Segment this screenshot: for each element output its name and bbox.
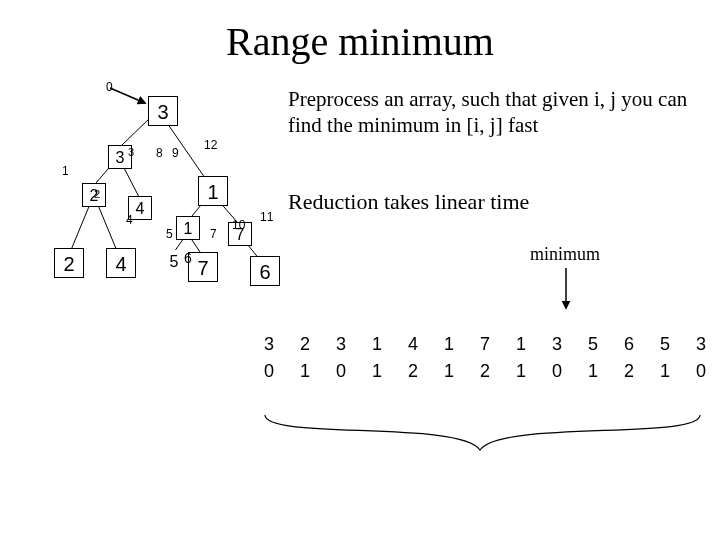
edge-label-1: 1 <box>62 164 69 178</box>
array-cell: 1 <box>432 332 466 357</box>
array-cell: 2 <box>396 359 430 384</box>
array-cell: 0 <box>324 359 358 384</box>
euler-array-table: 3 2 3 1 4 1 7 1 3 5 6 5 3 0 1 0 1 2 1 2 … <box>250 330 720 386</box>
array-cell: 1 <box>504 359 538 384</box>
array-cell: 1 <box>504 332 538 357</box>
array-cell: 0 <box>684 359 718 384</box>
edge-label-7: 7 <box>210 227 217 241</box>
array-cell: 1 <box>432 359 466 384</box>
svg-line-7 <box>71 204 90 250</box>
tree-rl: 1 <box>176 216 200 240</box>
tree-rr-r: 6 <box>250 256 280 286</box>
array-cell: 3 <box>252 332 286 357</box>
array-cell: 1 <box>288 359 322 384</box>
tree-rl-l: 5 <box>162 250 186 274</box>
edge-label-9: 9 <box>172 146 179 160</box>
edge-label-2-in: 2 <box>94 188 100 200</box>
table-row: 0 1 0 1 2 1 2 1 0 1 2 1 0 <box>252 359 718 384</box>
array-cell: 3 <box>324 332 358 357</box>
edge-label-0: 0 <box>106 80 113 94</box>
svg-line-10 <box>192 240 200 252</box>
array-cell: 2 <box>612 359 646 384</box>
edge-label-5: 5 <box>166 227 173 241</box>
array-cell: 1 <box>576 359 610 384</box>
tree-rl-r: 7 <box>188 252 218 282</box>
tree-ll-r: 4 <box>106 248 136 278</box>
array-cell: 1 <box>360 359 394 384</box>
array-cell: 0 <box>252 359 286 384</box>
edge-label-6b: 6 <box>184 250 192 266</box>
svg-line-2 <box>165 120 205 178</box>
array-cell: 1 <box>648 359 682 384</box>
svg-line-0 <box>110 88 145 103</box>
array-cell: 5 <box>576 332 610 357</box>
array-cell: 3 <box>684 332 718 357</box>
tree-right: 1 <box>198 176 228 206</box>
array-cell: 2 <box>468 359 502 384</box>
array-cell: 3 <box>540 332 574 357</box>
array-cell: 5 <box>648 332 682 357</box>
tree-root: 3 <box>148 96 178 126</box>
array-cell: 7 <box>468 332 502 357</box>
edge-label-4: 4 <box>126 213 133 227</box>
edge-label-11: 11 <box>260 210 273 224</box>
array-cell: 0 <box>540 359 574 384</box>
table-row: 3 2 3 1 4 1 7 1 3 5 6 5 3 <box>252 332 718 357</box>
array-cell: 2 <box>288 332 322 357</box>
tree-ll-l: 2 <box>54 248 84 278</box>
array-cell: 1 <box>360 332 394 357</box>
svg-line-8 <box>98 205 117 251</box>
edge-label-3-in: 3 <box>128 146 134 158</box>
edge-label-12: 12 <box>204 138 217 152</box>
edge-label-10: 10 <box>232 218 245 232</box>
edge-label-8: 8 <box>156 146 163 160</box>
array-cell: 6 <box>612 332 646 357</box>
array-cell: 4 <box>396 332 430 357</box>
